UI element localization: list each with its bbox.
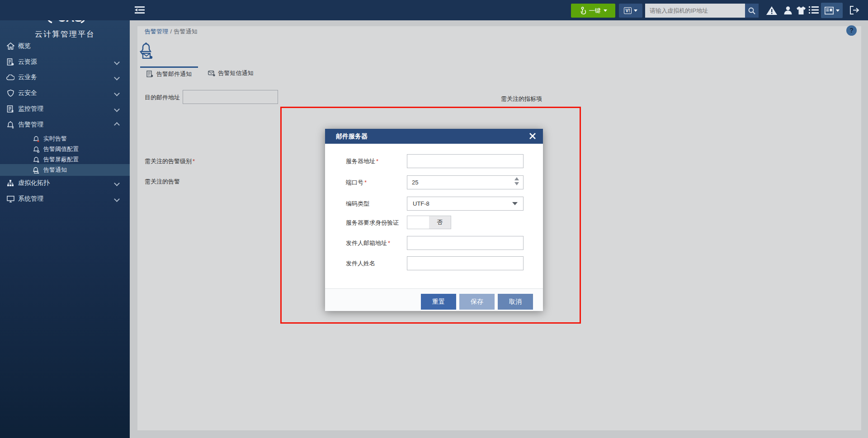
- dropdown-arrow-icon: [836, 9, 840, 12]
- required-star: *: [376, 158, 378, 165]
- dialog-titlebar[interactable]: 邮件服务器: [325, 129, 543, 144]
- port-stepper[interactable]: [514, 177, 519, 185]
- chevron-down-icon: [114, 196, 120, 202]
- breadcrumb-section[interactable]: 告警管理: [145, 28, 168, 35]
- cancel-button[interactable]: 取消: [498, 294, 533, 310]
- breadcrumb: 告警管理 / 告警通知: [145, 27, 198, 36]
- system-icon: [6, 196, 14, 203]
- sidebar-item-label: 告警通知: [43, 166, 67, 174]
- tab-alert-sms[interactable]: 告警短信通知: [201, 66, 260, 80]
- server-address-label: 服务器地址*: [346, 157, 378, 165]
- app-root: 告警管理 / 告警通知 ? 告警通知管理可设置告警以邮件和短信方式通知用户。告警…: [0, 0, 868, 438]
- dest-email-label: 目的邮件地址: [145, 94, 180, 102]
- sms-icon: [208, 71, 215, 76]
- cloud-icon: [6, 75, 14, 80]
- sidebar-item-label: 系统管理: [18, 195, 43, 203]
- chevron-up-icon: [114, 122, 120, 128]
- sender-email-label: 发件人邮箱地址*: [346, 239, 390, 247]
- panel-icon: [825, 7, 834, 14]
- stepper-down-icon[interactable]: [514, 182, 519, 185]
- one-click-button[interactable]: 一键: [571, 4, 615, 18]
- sidebar-item-label: 告警管理: [18, 121, 43, 129]
- chevron-down-icon: [114, 90, 120, 96]
- sidebar-item-label: 概览: [18, 42, 31, 50]
- shirt-icon[interactable]: [796, 6, 806, 15]
- sidebar-item-overview[interactable]: 概览: [0, 39, 130, 53]
- vm-ip-search-input[interactable]: [645, 4, 745, 18]
- alarm-warning-icon[interactable]: [766, 6, 778, 15]
- sidebar-item-label: 监控管理: [18, 105, 43, 113]
- search-icon: [748, 7, 755, 14]
- required-star: *: [388, 240, 390, 246]
- port-label: 端口号*: [346, 179, 367, 187]
- port-input[interactable]: [407, 175, 524, 189]
- chevron-down-icon: [114, 106, 120, 112]
- breadcrumb-current: 告警通知: [174, 28, 198, 35]
- sender-name-label: 发件人姓名: [346, 259, 375, 268]
- sidebar-item-alert-management[interactable]: 告警管理: [0, 118, 130, 132]
- bell-minus-icon: [33, 156, 40, 163]
- toggle-knob[interactable]: [407, 216, 429, 229]
- auth-toggle[interactable]: 否: [407, 216, 451, 229]
- resources-icon: [6, 58, 14, 66]
- sidebar-item-cloud-services[interactable]: 云业务: [0, 71, 130, 84]
- dialog-title: 邮件服务器: [336, 132, 368, 141]
- alert-level-label: 需关注的告警级别*: [145, 157, 195, 165]
- bell-mail-icon: [33, 167, 40, 174]
- select-arrow-icon: [512, 202, 518, 205]
- logout-icon[interactable]: [850, 6, 859, 14]
- required-star: *: [193, 158, 195, 165]
- encoding-label: 编码类型: [346, 200, 369, 208]
- alert-mail-icon: [138, 42, 154, 59]
- encoding-value: UTF-8: [413, 200, 429, 207]
- sidebar-item-label: 云业务: [18, 73, 37, 81]
- save-button[interactable]: 保存: [459, 294, 495, 310]
- list-icon[interactable]: [809, 6, 819, 14]
- stepper-up-icon[interactable]: [514, 177, 519, 180]
- alert-scope-label: 需关注的告警: [145, 178, 180, 186]
- metrics-title: 需关注的指标项: [501, 95, 542, 103]
- encoding-select[interactable]: UTF-8: [407, 197, 524, 211]
- breadcrumb-separator: /: [170, 28, 172, 35]
- tab-alert-email[interactable]: 告警邮件通知: [140, 66, 198, 80]
- platform-name: 云计算管理平台: [0, 29, 130, 39]
- tab-label: 告警邮件通知: [156, 70, 192, 78]
- sidebar-item-cloud-security[interactable]: 云安全: [0, 86, 130, 100]
- close-icon[interactable]: [529, 132, 536, 140]
- chevron-down-icon: [114, 59, 120, 65]
- bell-icon: [6, 121, 14, 129]
- vm-icon: V!: [624, 7, 632, 14]
- sidebar-item-label: 云安全: [18, 89, 37, 97]
- toggle-state-label: 否: [429, 216, 451, 229]
- help-icon[interactable]: ?: [846, 25, 857, 36]
- bell-circle-icon: [33, 146, 40, 153]
- sidebar-item-label: 云资源: [18, 58, 37, 66]
- sidebar-item-system-management[interactable]: 系统管理: [0, 192, 130, 206]
- sender-name-input[interactable]: [407, 256, 524, 270]
- sidebar-item-label: 告警屏蔽配置: [43, 155, 79, 164]
- sender-email-input[interactable]: [407, 236, 524, 250]
- sidebar-item-monitoring[interactable]: 监控管理: [0, 102, 130, 116]
- chevron-down-icon: [114, 180, 120, 186]
- sidebar-item-virtualization-topology[interactable]: 虚拟化拓扑: [0, 176, 130, 190]
- sidebar-item-cloud-resources[interactable]: 云资源: [0, 55, 130, 69]
- home-icon: [6, 42, 14, 50]
- dest-email-input[interactable]: [183, 90, 278, 104]
- hand-pointer-icon: [580, 7, 586, 14]
- dropdown-arrow-icon: [604, 9, 607, 12]
- vm-dropdown-button[interactable]: V!: [619, 4, 642, 18]
- dropdown-arrow-icon: [634, 9, 637, 12]
- sidebar-item-label: 告警阈值配置: [43, 145, 79, 153]
- required-star: *: [364, 179, 367, 186]
- reset-button[interactable]: 重置: [421, 294, 456, 310]
- user-icon[interactable]: [783, 6, 793, 15]
- search-button[interactable]: [745, 4, 759, 18]
- server-address-input[interactable]: [407, 154, 524, 168]
- sidebar-collapse-icon[interactable]: [135, 6, 145, 14]
- sidebar-item-alert-notification[interactable]: 告警通知: [0, 164, 130, 176]
- sidebar-item-label: 虚拟化拓扑: [18, 179, 50, 187]
- layout-dropdown-button[interactable]: [821, 3, 843, 18]
- topology-icon: [6, 179, 14, 187]
- monitor-icon: [6, 105, 14, 113]
- tab-label: 告警短信通知: [218, 69, 254, 77]
